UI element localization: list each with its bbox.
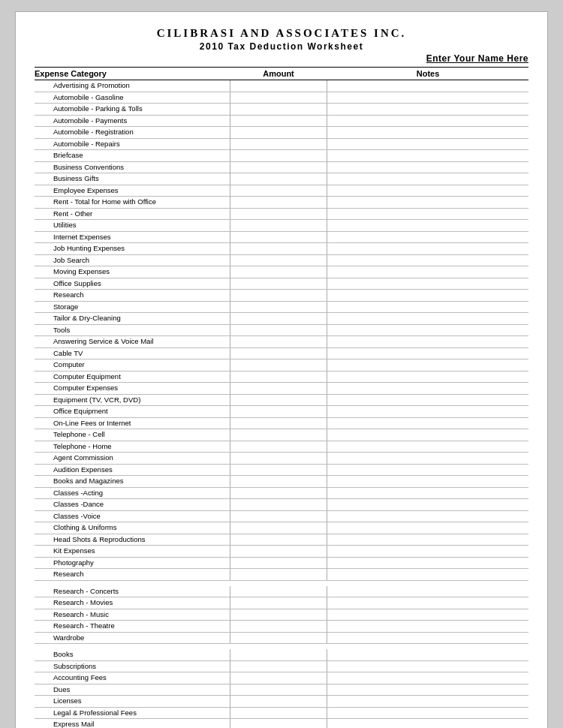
table-row: Research (35, 290, 528, 302)
table-row: Automobile - Repairs (35, 139, 528, 151)
row-notes-box (327, 220, 528, 231)
row-label: Automobile - Registration (35, 127, 230, 137)
row-label: Tailor & Dry-Cleaning (35, 313, 230, 323)
row-amount-box (230, 139, 327, 150)
table-row: Job Search (35, 255, 528, 267)
table-row: Agent Commission (35, 453, 528, 465)
row-amount-box (230, 499, 327, 510)
row-label: Classes -Dance (35, 499, 230, 510)
row-label: Dues (35, 684, 230, 695)
row-amount-box (230, 453, 327, 464)
row-label: Photography (35, 558, 230, 568)
table-row: Tools (35, 325, 528, 337)
table-row: Employee Expenses (35, 185, 528, 197)
row-label: Internet Expenses (35, 232, 230, 242)
worksheet-title: 2010 Tax Deduction Worksheet (35, 41, 528, 52)
row-label: Agent Commission (35, 453, 230, 463)
row-label: Moving Expenses (35, 266, 230, 277)
row-label: Computer Expenses (35, 383, 230, 393)
row-amount-box (230, 441, 327, 453)
row-amount-box (230, 395, 327, 406)
table-row: Automobile - Gasoline (35, 92, 528, 104)
row-label: Research - Concerts (35, 586, 230, 597)
table-row: Automobile - Parking & Tolls (35, 104, 528, 116)
row-label: Research (35, 569, 230, 579)
row-notes-box (327, 302, 528, 313)
row-label: Utilities (35, 220, 230, 230)
row-label: Business Gifts (35, 173, 230, 184)
row-amount-box (230, 313, 327, 324)
table-row: Wardrobe (35, 633, 528, 645)
table-row: Express Mail (35, 719, 528, 728)
row-amount-box (230, 546, 327, 557)
row-label: Briefcase (35, 150, 230, 161)
row-amount-box (230, 476, 327, 487)
row-amount-box (230, 232, 327, 243)
row-amount-box (230, 488, 327, 499)
row-notes-box (327, 185, 528, 197)
table-row: Job Hunting Expenses (35, 243, 528, 255)
row-label: Automobile - Repairs (35, 139, 230, 149)
row-notes-box (327, 499, 528, 510)
table-row: Answering Service & Voice Mail (35, 336, 528, 348)
row-label: Automobile - Parking & Tolls (35, 104, 230, 114)
row-notes-box (327, 586, 528, 597)
row-label: Business Conventions (35, 162, 230, 173)
page: CILIBRASI AND ASSOCIATES INC. 2010 Tax D… (15, 11, 548, 728)
row-notes-box (327, 406, 528, 417)
row-label: Employee Expenses (35, 185, 230, 196)
row-label: Cable TV (35, 348, 230, 359)
row-notes-box (327, 127, 528, 138)
table-row: Business Conventions (35, 162, 528, 174)
row-amount-box (230, 197, 327, 208)
row-notes-box (327, 348, 528, 359)
row-amount-box (230, 243, 327, 254)
row-label: Research (35, 290, 230, 300)
row-label: Office Equipment (35, 406, 230, 417)
row-amount-box (230, 266, 327, 278)
row-amount-box (230, 162, 327, 173)
column-headers: Expense Category Amount Notes (35, 67, 528, 80)
row-notes-box (327, 453, 528, 464)
company-name: CILIBRASI AND ASSOCIATES INC. (35, 27, 528, 40)
row-amount-box (230, 621, 327, 632)
row-amount-box (230, 534, 327, 546)
row-notes-box (327, 511, 528, 522)
table-row: Dues (35, 684, 528, 696)
row-notes-box (327, 139, 528, 150)
table-row: Telephone - Home (35, 441, 528, 453)
table-row: Audition Expenses (35, 465, 528, 477)
row-label: Computer Equipment (35, 372, 230, 382)
row-notes-box (327, 209, 528, 220)
row-label: Advertising & Promotion (35, 80, 230, 91)
row-amount-box (230, 290, 327, 301)
row-notes-box (327, 197, 528, 208)
table-row: Research - Music (35, 609, 528, 621)
row-amount-box (230, 661, 327, 672)
row-amount-box (230, 104, 327, 115)
row-notes-box (327, 418, 528, 429)
table-row: Classes -Dance (35, 499, 528, 511)
col-amount-header: Amount (230, 69, 327, 78)
row-notes-box (327, 546, 528, 557)
row-notes-box (327, 621, 528, 632)
row-amount-box (230, 511, 327, 522)
row-notes-box (327, 116, 528, 127)
table-row: Research - Movies (35, 597, 528, 609)
row-amount-box (230, 465, 327, 476)
row-notes-box (327, 672, 528, 684)
table-row: Subscriptions (35, 661, 528, 673)
row-notes-box (327, 534, 528, 546)
row-amount-box (230, 116, 327, 127)
row-label: Clothing & Uniforms (35, 522, 230, 533)
row-label: Telephone - Cell (35, 429, 230, 440)
row-notes-box (327, 162, 528, 173)
row-amount-box (230, 255, 327, 266)
row-amount-box (230, 406, 327, 417)
table-row: Computer Expenses (35, 383, 528, 395)
table-row: Tailor & Dry-Cleaning (35, 313, 528, 325)
row-notes-box (327, 708, 528, 719)
table-row: Head Shots & Reproductions (35, 534, 528, 546)
row-notes-box (327, 104, 528, 115)
row-notes-box (327, 476, 528, 487)
